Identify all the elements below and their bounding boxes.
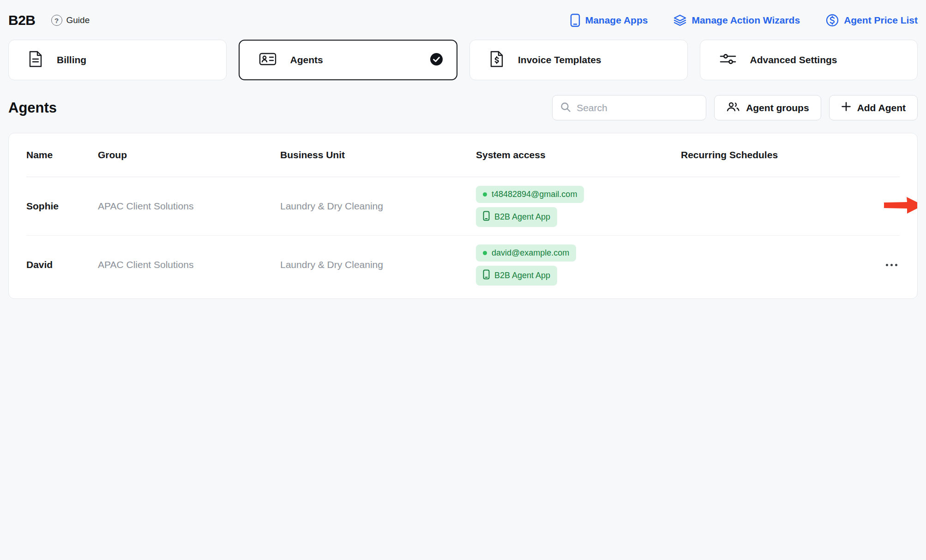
column-header-system-access: System access (476, 149, 681, 161)
phone-small-icon (483, 211, 490, 223)
agent-name: David (26, 259, 98, 270)
search-box[interactable] (552, 95, 706, 120)
billing-document-icon (28, 51, 43, 69)
system-access-badges: t48482894@gmail.com B2B Agent App (476, 186, 681, 227)
top-links: Manage Apps Manage Action Wizards (570, 13, 918, 27)
table-row: David APAC Client Solutions Laundry & Dr… (9, 236, 917, 294)
sliders-icon (720, 52, 736, 68)
manage-apps-link[interactable]: Manage Apps (570, 13, 648, 27)
check-circle-icon (430, 53, 443, 67)
guide-button[interactable]: ? Guide (51, 15, 90, 26)
manage-action-wizards-link[interactable]: Manage Action Wizards (673, 14, 800, 27)
app-access-badge: B2B Agent App (476, 207, 557, 227)
plus-icon (841, 101, 851, 114)
agent-groups-label: Agent groups (746, 102, 809, 113)
agents-table: Name Group Business Unit System access R… (8, 133, 918, 299)
app-access-label: B2B Agent App (494, 212, 550, 222)
row-actions (884, 259, 899, 271)
agent-business-unit: Laundry & Dry Cleaning (280, 259, 476, 270)
row-menu-button[interactable] (884, 259, 899, 271)
invoice-document-icon (489, 51, 504, 69)
column-header-group: Group (98, 149, 280, 161)
agent-group: APAC Client Solutions (98, 201, 280, 212)
email-access-label: david@example.com (492, 248, 569, 258)
app-access-badge: B2B Agent App (476, 266, 557, 286)
toolbar-actions: Agent groups Add Agent (552, 95, 918, 120)
column-header-name: Name (26, 149, 98, 161)
tab-agents[interactable]: Agents (239, 40, 458, 80)
tab-advanced-settings-label: Advanced Settings (750, 54, 837, 66)
dollar-circle-icon (826, 14, 839, 27)
search-input[interactable] (577, 102, 702, 113)
agent-price-list-link[interactable]: Agent Price List (826, 14, 918, 27)
page: B2B ? Guide Manage Apps (0, 0, 926, 560)
agent-groups-button[interactable]: Agent groups (714, 95, 821, 120)
agent-business-unit: Laundry & Dry Cleaning (280, 201, 476, 212)
manage-apps-label: Manage Apps (585, 15, 648, 26)
page-title: Agents (8, 100, 57, 116)
top-bar: B2B ? Guide Manage Apps (8, 7, 918, 33)
email-access-badge: david@example.com (476, 244, 576, 262)
guide-label: Guide (66, 15, 90, 25)
phone-icon (570, 13, 580, 27)
column-header-recurring-schedules: Recurring Schedules (681, 149, 884, 161)
agents-toolbar: Agents (8, 95, 918, 120)
system-access-badges: david@example.com B2B Agent App (476, 244, 681, 286)
tab-billing[interactable]: Billing (8, 40, 227, 80)
row-actions (884, 196, 918, 217)
people-icon (726, 101, 740, 114)
add-agent-label: Add Agent (857, 102, 906, 113)
search-icon (560, 101, 571, 114)
manage-action-wizards-label: Manage Action Wizards (691, 15, 800, 26)
annotation-arrow-icon (884, 196, 918, 217)
agent-group: APAC Client Solutions (98, 259, 280, 270)
email-access-label: t48482894@gmail.com (492, 190, 577, 199)
question-circle-icon: ? (51, 15, 62, 26)
id-card-icon (259, 52, 277, 68)
tab-agents-label: Agents (290, 54, 323, 66)
tab-advanced-settings[interactable]: Advanced Settings (700, 40, 918, 80)
table-row: Sophie APAC Client Solutions Laundry & D… (9, 177, 917, 235)
status-dot-icon (483, 192, 487, 197)
app-access-label: B2B Agent App (494, 271, 550, 280)
column-header-business-unit: Business Unit (280, 149, 476, 161)
phone-small-icon (483, 269, 490, 282)
section-tabs: Billing Agents (8, 40, 918, 80)
agent-price-list-label: Agent Price List (844, 15, 918, 26)
app-logo: B2B (8, 12, 36, 28)
tab-invoice-templates-label: Invoice Templates (518, 54, 601, 66)
table-header-row: Name Group Business Unit System access R… (9, 133, 917, 177)
layers-icon (673, 14, 686, 27)
agent-name: Sophie (26, 201, 98, 212)
status-dot-icon (483, 251, 487, 255)
add-agent-button[interactable]: Add Agent (829, 95, 918, 120)
tab-billing-label: Billing (57, 54, 86, 66)
tab-invoice-templates[interactable]: Invoice Templates (469, 40, 688, 80)
email-access-badge: t48482894@gmail.com (476, 186, 584, 203)
